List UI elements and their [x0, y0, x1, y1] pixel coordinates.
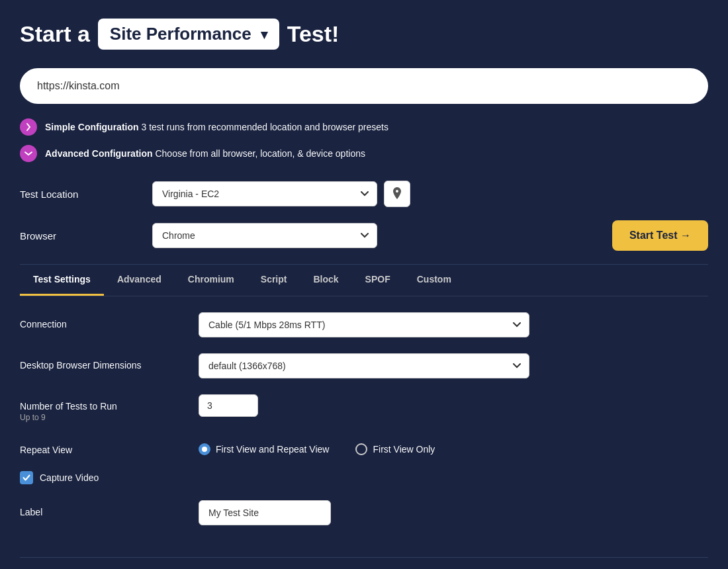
chevron-down-icon [24, 149, 33, 158]
simple-config-row[interactable]: Simple Configuration 3 test runs from re… [20, 118, 708, 136]
browser-row: Browser Chrome Firefox Safari Edge Start… [20, 220, 708, 251]
capture-video-checkbox[interactable] [20, 471, 33, 484]
tab-block[interactable]: Block [300, 265, 351, 296]
tab-advanced[interactable]: Advanced [104, 265, 175, 296]
radio-circle-first-only [355, 443, 367, 455]
header-start-label: Start a [20, 21, 90, 47]
radio-first-and-repeat[interactable]: First View and Repeat View [199, 443, 329, 455]
connection-label: Connection [20, 312, 192, 329]
dimensions-row: Desktop Browser Dimensions default (1366… [20, 353, 708, 378]
location-pin-button[interactable] [384, 181, 410, 207]
label-row: Label [20, 500, 708, 525]
radio-label-first-and-repeat: First View and Repeat View [216, 444, 329, 455]
tab-custom[interactable]: Custom [404, 265, 465, 296]
tab-script[interactable]: Script [248, 265, 300, 296]
capture-video-row[interactable]: Capture Video [20, 471, 708, 484]
repeat-view-label: Repeat View [20, 438, 192, 455]
simple-config-label: Simple Configuration 3 test runs from re… [45, 122, 388, 132]
connection-row: Connection Cable (5/1 Mbps 28ms RTT) DSL… [20, 312, 708, 337]
radio-first-only[interactable]: First View Only [355, 443, 435, 455]
test-location-row: Test Location Virginia - EC2 California … [20, 181, 708, 207]
radio-label-first-only: First View Only [373, 444, 435, 455]
num-tests-row: Number of Tests to Run Up to 9 [20, 394, 708, 422]
tabs-nav: Test Settings Advanced Chromium Script B… [20, 265, 708, 296]
tab-chromium[interactable]: Chromium [175, 265, 248, 296]
url-input-wrapper [20, 68, 708, 104]
test-type-dropdown[interactable]: Site Performance ▾ [98, 19, 279, 50]
advanced-config-label: Advanced Configuration Choose from all b… [45, 148, 365, 159]
num-tests-label: Number of Tests to Run Up to 9 [20, 394, 192, 422]
tab-spof[interactable]: SPOF [352, 265, 404, 296]
header: Start a Site Performance ▾ Test! [20, 19, 708, 50]
tabs-container: Test Settings Advanced Chromium Script B… [20, 264, 708, 558]
browser-label: Browser [20, 230, 152, 241]
test-location-select[interactable]: Virginia - EC2 California - EC2 London -… [152, 181, 377, 206]
connection-select[interactable]: Cable (5/1 Mbps 28ms RTT) DSL (1.5 Mbps … [199, 312, 529, 337]
checkmark-icon [23, 474, 30, 482]
label-field-label: Label [20, 500, 192, 517]
tab-test-settings[interactable]: Test Settings [20, 265, 104, 296]
test-location-label: Test Location [20, 189, 152, 200]
test-type-label: Site Performance [110, 24, 251, 44]
test-location-control: Virginia - EC2 California - EC2 London -… [152, 181, 708, 207]
advanced-config-row[interactable]: Advanced Configuration Choose from all b… [20, 145, 708, 162]
tab-content: Connection Cable (5/1 Mbps 28ms RTT) DSL… [20, 296, 708, 557]
simple-config-icon [20, 118, 37, 136]
label-input[interactable] [199, 500, 331, 525]
chevron-right-icon [24, 122, 33, 132]
map-pin-icon [391, 187, 403, 200]
browser-select[interactable]: Chrome Firefox Safari Edge [152, 223, 377, 248]
num-tests-input[interactable] [199, 394, 258, 417]
browser-control: Chrome Firefox Safari Edge [152, 223, 612, 248]
header-test-label: Test! [287, 21, 340, 47]
capture-video-label: Capture Video [40, 472, 99, 483]
dimensions-select[interactable]: default (1366x768) 1024x768 1920x1080 12… [199, 353, 529, 378]
advanced-config-icon [20, 145, 37, 162]
url-input[interactable] [20, 68, 708, 104]
repeat-view-radio-group: First View and Repeat View First View On… [199, 438, 435, 455]
repeat-view-row: Repeat View First View and Repeat View F… [20, 438, 708, 455]
page-container: Start a Site Performance ▾ Test! Simple … [0, 0, 728, 569]
settings-section: Test Location Virginia - EC2 California … [20, 181, 708, 251]
num-tests-control [199, 394, 258, 417]
start-test-button[interactable]: Start Test → [612, 220, 708, 251]
radio-circle-first-and-repeat [199, 443, 210, 455]
dimensions-label: Desktop Browser Dimensions [20, 353, 192, 371]
chevron-down-icon: ▾ [261, 26, 267, 42]
